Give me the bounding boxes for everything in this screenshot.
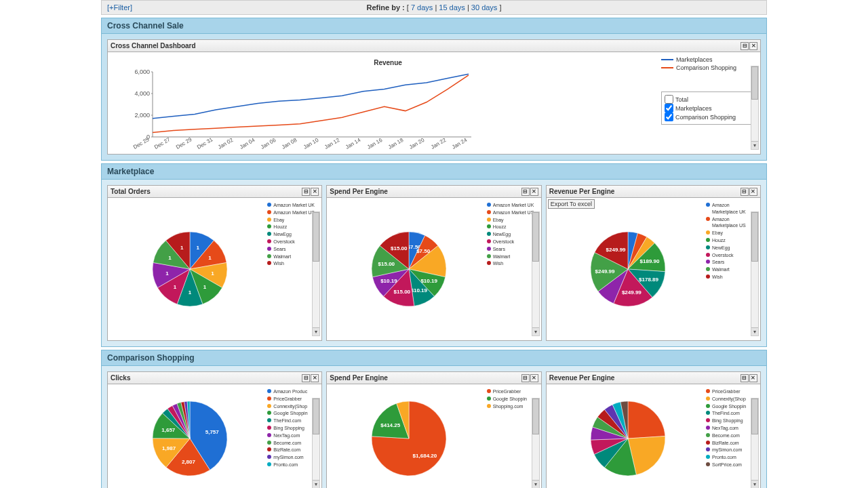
minimize-icon[interactable]: ⊟ (741, 188, 749, 196)
legend-item: Ebay (267, 217, 317, 224)
svg-text:1: 1 (165, 270, 169, 277)
legend-item: mySimon.com (706, 447, 756, 453)
pie-chart: $1,684.20$414.25 (365, 394, 453, 483)
scrollbar[interactable]: ▾ (312, 211, 320, 336)
widget-title: Clicks (111, 374, 130, 382)
close-icon[interactable]: ✕ (530, 188, 538, 196)
legend-item: Overstock (267, 239, 317, 245)
legend-item: BizRate.com (706, 440, 756, 447)
refine-label: Refine by : (367, 3, 405, 12)
pie-chart: 5,7572,8071,9871,657 (146, 394, 234, 483)
close-icon[interactable]: ✕ (749, 374, 757, 382)
legend-item: Wish (267, 260, 317, 267)
legend-item: Shopping.com (487, 403, 537, 410)
minimize-icon[interactable]: ⊟ (741, 374, 749, 382)
legend-item: NexTag.com (267, 432, 317, 439)
pie-legend: PriceGrabberConnexity(ShopGoogle Shoppin… (706, 388, 756, 488)
legend-item: Walmart (706, 266, 756, 273)
scrollbar[interactable]: ▾ (751, 66, 759, 150)
close-icon[interactable]: ✕ (311, 188, 319, 196)
widget-title: Revenue Per Engine (549, 188, 615, 195)
legend-item: Houzz (487, 224, 537, 230)
close-icon[interactable]: ✕ (311, 374, 319, 382)
pie-legend: Amazon Marketplace UKAmazon Marketplace … (706, 202, 756, 336)
legend-item: Become.com (267, 440, 317, 447)
minimize-icon[interactable]: ⊟ (302, 374, 310, 382)
legend-item: Amazon Marketplace UK (706, 202, 756, 216)
svg-text:6,000: 6,000 (134, 69, 150, 75)
section-marketplace: Marketplace Total Orders ⊟✕ 111111111 Am… (101, 163, 767, 347)
legend-item: Google Shoppin (267, 410, 317, 417)
legend-item: mySimon.com (267, 454, 317, 461)
filter-toggle[interactable]: [+Filter] (107, 3, 132, 12)
pie-legend: Amazon Market UKAmazon Market USEbayHouz… (487, 202, 537, 336)
legend-item: NexTag.com (706, 425, 756, 432)
legend-item: Amazon Market US (487, 209, 537, 216)
series-toggle[interactable]: Comparison Shopping (665, 113, 753, 121)
svg-text:1,657: 1,657 (161, 427, 176, 433)
svg-text:$10.19: $10.19 (410, 287, 427, 293)
close-icon[interactable]: ✕ (530, 374, 538, 382)
x-axis-labels: Dec 25Dec 27Dec 29Dec 31Jan 02Jan 04Jan … (132, 145, 471, 151)
series-toggle[interactable]: Total (665, 95, 753, 104)
section-title: Comparison Shopping (101, 350, 767, 366)
widget-title: Cross Channel Dashboard (111, 42, 196, 49)
legend-item: Marketplaces (661, 56, 756, 63)
section-title: Marketplace (101, 163, 767, 180)
minimize-icon[interactable]: ⊟ (302, 188, 310, 196)
line-chart-legend-panel: MarketplacesComparison Shopping TotalMar… (654, 56, 756, 150)
line-legend: MarketplacesComparison Shopping (661, 56, 756, 71)
refine-7days[interactable]: 7 days (411, 3, 433, 12)
minimize-icon[interactable]: ⊟ (521, 374, 530, 382)
legend-item: Sears (267, 246, 317, 253)
widget-cs-revenue: Revenue Per Engine ⊟✕ PriceGrabberConnex… (546, 371, 761, 488)
scrollbar[interactable]: ▾ (751, 211, 759, 336)
svg-text:$249.99: $249.99 (622, 289, 642, 296)
scrollbar[interactable]: ▾ (751, 398, 759, 488)
legend-item: NewEgg (487, 231, 537, 238)
legend-item: Pronto.com (706, 454, 756, 461)
legend-item: Google Shoppin (487, 396, 537, 403)
svg-text:$1,684.20: $1,684.20 (413, 453, 437, 459)
widget-cs-clicks: Clicks ⊟✕ 5,7572,8071,9871,657 Amazon Pr… (107, 371, 322, 488)
svg-text:1: 1 (196, 245, 199, 251)
export-to-excel-button[interactable]: Export To excel (548, 199, 595, 209)
filter-bar: [+Filter] Refine by : [ 7 days | 15 days… (101, 0, 767, 15)
close-icon[interactable]: ✕ (749, 188, 757, 196)
svg-text:1: 1 (208, 255, 212, 261)
close-icon[interactable]: ✕ (749, 42, 757, 50)
scrollbar[interactable]: ▾ (532, 398, 540, 488)
legend-item: Amazon Market UK (487, 202, 537, 209)
refine-30days[interactable]: 30 days (471, 3, 498, 12)
legend-item: Pronto.com (267, 462, 317, 468)
svg-text:1: 1 (203, 284, 206, 290)
legend-item: BizRate.com (267, 447, 317, 453)
legend-item: Sears (706, 259, 756, 266)
legend-item: NewEgg (267, 231, 317, 238)
line-chart-svg: 02,0004,0006,000 (132, 69, 471, 144)
chart-title: Revenue (132, 59, 644, 66)
legend-item: PriceGrabber (267, 396, 317, 403)
svg-text:1: 1 (188, 289, 191, 296)
legend-item: TheFind.com (267, 418, 317, 424)
refine-15days[interactable]: 15 days (439, 3, 465, 12)
minimize-icon[interactable]: ⊟ (521, 188, 530, 196)
scrollbar[interactable]: ▾ (312, 398, 320, 488)
svg-text:$249.99: $249.99 (595, 268, 615, 274)
svg-text:$178.89: $178.89 (639, 277, 658, 283)
legend-item: Amazon Market UK (267, 202, 317, 209)
svg-text:$15.00: $15.00 (391, 245, 408, 251)
svg-text:1: 1 (174, 284, 177, 290)
series-toggle-box: TotalMarketplacesComparison Shopping (661, 92, 756, 125)
minimize-icon[interactable]: ⊟ (741, 42, 749, 50)
legend-item: Google Shoppin (706, 403, 756, 410)
series-toggle[interactable]: Marketplaces (665, 104, 753, 113)
svg-text:1: 1 (168, 255, 172, 261)
legend-item: Overstock (706, 252, 756, 259)
legend-item: Amazon Produc (267, 388, 317, 395)
legend-item: Ebay (487, 217, 537, 224)
legend-item: SortPrice.com (706, 462, 756, 468)
scrollbar[interactable]: ▾ (532, 211, 540, 336)
legend-item: TheFind.com (706, 410, 756, 417)
legend-item: Walmart (267, 253, 317, 260)
